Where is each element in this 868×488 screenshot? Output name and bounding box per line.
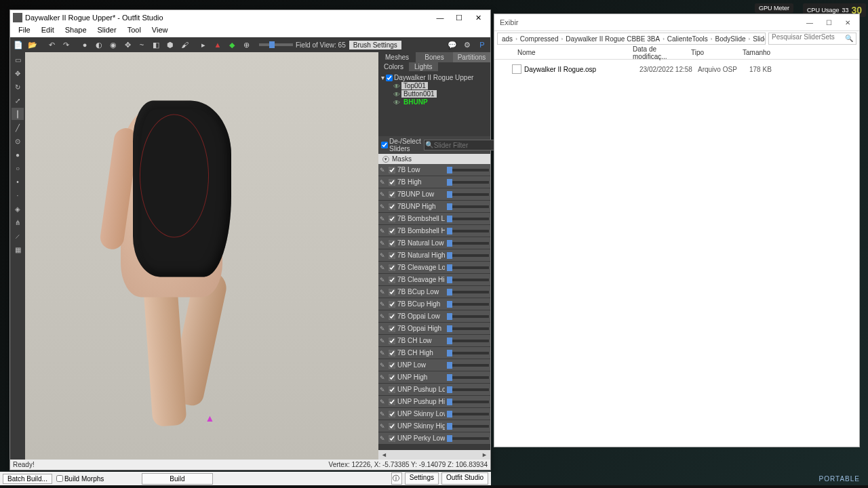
grid-tool-icon[interactable]: ▦ [12,243,24,256]
scroll-right-icon[interactable]: ► [480,451,489,458]
seam-tool-icon[interactable]: ⋔ [12,216,24,228]
masks-header[interactable]: ▾ Masks [378,154,490,164]
slider-track[interactable] [447,413,489,415]
edit-slider-icon[interactable]: ✎ [380,264,387,271]
slider-checkbox[interactable] [389,179,395,186]
edit-slider-icon[interactable]: ✎ [380,289,387,296]
menu-slider[interactable]: Slider [92,25,122,37]
edit-slider-icon[interactable]: ✎ [380,179,387,186]
open-project-icon[interactable]: 📂 [26,39,39,51]
edit-slider-icon[interactable]: ✎ [380,374,387,381]
explorer-close-button[interactable]: ✕ [839,17,856,28]
rotate-tool-icon[interactable]: ↻ [12,81,24,93]
slider-row[interactable]: ✎ UNP Skinny High [378,420,490,432]
slider-track[interactable] [447,352,489,354]
slider-track[interactable] [447,425,489,428]
tab-partitions[interactable]: Partitions [453,52,490,62]
slider-row[interactable]: ✎ 7B High [378,176,490,188]
visibility-icon[interactable]: 👁 [393,83,400,89]
pivot-tool-icon[interactable]: ⊙ [12,135,24,147]
slider-row[interactable]: ✎ UNP High [378,371,490,383]
slider-track[interactable] [447,193,489,196]
crumb-caliente[interactable]: CalienteTools [666,35,709,43]
new-project-icon[interactable]: 📄 [12,39,25,51]
file-list[interactable]: Daywalker II Rogue.osp 23/02/2022 12:58 … [494,60,859,447]
edit-slider-icon[interactable]: ✎ [380,313,387,320]
slider-row[interactable]: ✎ 7B BCup Low [378,286,490,298]
global-brush-icon[interactable]: ⊕ [239,39,253,51]
slider-checkbox[interactable] [389,325,395,332]
slider-track[interactable] [447,205,489,208]
vert-edit-icon[interactable]: ▸ [197,39,210,51]
batch-build-button[interactable]: Batch Build... [3,474,52,484]
edit-slider-icon[interactable]: ✎ [380,240,387,247]
slider-track[interactable] [447,327,489,330]
slider-track[interactable] [447,218,489,220]
redo-icon[interactable]: ↷ [59,39,73,51]
slider-checkbox[interactable] [389,350,395,357]
discord-icon[interactable]: 💬 [446,39,459,51]
edit-slider-icon[interactable]: ✎ [380,338,387,344]
explorer-maximize-button[interactable]: ☐ [820,17,837,28]
slider-row[interactable]: ✎ UNP Skinny Low [378,408,490,420]
tree-item-button[interactable]: Button001 [401,90,437,98]
slider-track[interactable] [447,364,489,367]
edit-slider-icon[interactable]: ✎ [380,386,387,393]
slider-list[interactable]: ✎ 7B Low ✎ 7B High ✎ 7BUNP Low ✎ 7BUNP H… [378,164,490,450]
explorer-columns[interactable]: Nome Data de modificaç... Tipo Tamanho [494,46,859,60]
inflate-icon[interactable]: ◉ [106,39,120,51]
edit-slider-icon[interactable]: ✎ [380,277,387,283]
edit-slider-icon[interactable]: ✎ [380,228,387,235]
cube-tool-icon[interactable]: ◈ [12,203,24,215]
crumb-bodyslide[interactable]: BodySlide [714,35,747,43]
fov-slider[interactable] [259,43,293,46]
slider-checkbox[interactable] [389,191,395,198]
slider-track[interactable] [447,340,489,342]
slider-track[interactable] [447,315,489,318]
slider-track[interactable] [447,254,489,257]
slider-track[interactable] [447,388,489,391]
tree-item-top[interactable]: Top001 [401,82,428,89]
slider-checkbox[interactable] [389,411,395,418]
point-tool-icon[interactable]: • [12,176,24,188]
slider-checkbox[interactable] [389,240,395,247]
slider-checkbox[interactable] [389,338,395,344]
slider-row[interactable]: ✎ 7B CH Low [378,335,490,346]
bone-tool-icon[interactable]: ⟋ [12,230,24,242]
explorer-search[interactable]: 🔍 [768,33,856,45]
menu-view[interactable]: View [146,25,174,37]
slider-checkbox[interactable] [389,167,395,174]
tab-bones[interactable]: Bones [416,52,453,62]
edit-slider-icon[interactable]: ✎ [380,301,387,308]
slider-track[interactable] [447,266,489,269]
weight-icon[interactable]: ⬢ [163,39,177,51]
slider-checkbox[interactable] [389,228,395,235]
build-button[interactable]: Build [142,473,212,485]
file-row[interactable]: Daywalker II Rogue.osp 23/02/2022 12:58 … [494,62,859,76]
slider-row[interactable]: ✎ 7B Oppai Low [378,310,490,322]
edit-slider-icon[interactable]: ✎ [380,435,387,442]
horizontal-scrollbar[interactable]: ◄ ► [378,450,490,460]
slider-checkbox[interactable] [389,216,395,222]
slider-track[interactable] [447,437,489,440]
expand-icon[interactable]: ▾ [381,74,384,81]
titlebar[interactable]: Daywalker II Rogue Upper* - Outfit Studi… [10,10,490,25]
slider-row[interactable]: ✎ 7B Natural Low [378,237,490,249]
slider-row[interactable]: ✎ 7B BCup High [378,298,490,310]
edit-slider-icon[interactable]: ✎ [380,362,387,369]
explorer-search-input[interactable] [772,33,853,41]
dot-tool-icon[interactable]: · [12,189,24,201]
slider-row[interactable]: ✎ 7BUNP Low [378,188,490,200]
select-tool-icon[interactable]: ▭ [12,54,24,66]
menu-shape[interactable]: Shape [60,25,92,37]
crumb-compressed[interactable]: Compressed [519,35,560,43]
crumb-slidersets[interactable]: SliderSets [751,35,766,43]
slider-track[interactable] [447,376,489,379]
tab-lights[interactable]: Lights [409,62,438,71]
slider-row[interactable]: ✎ UNP Perky Low [378,432,490,444]
slider-track[interactable] [447,291,489,293]
slider-track[interactable] [447,401,489,403]
paypal-icon[interactable]: P [475,39,489,51]
info-icon[interactable]: ⓘ [391,472,402,485]
edit-slider-icon[interactable]: ✎ [380,325,387,332]
